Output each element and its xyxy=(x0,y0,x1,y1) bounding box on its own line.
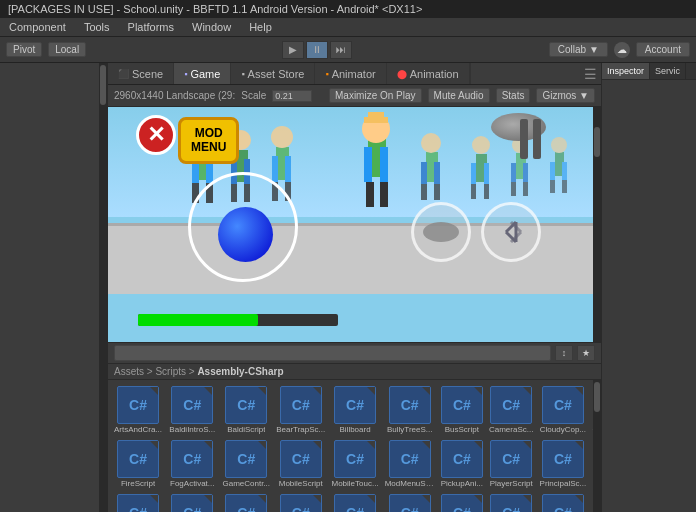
mute-btn[interactable]: Mute Audio xyxy=(428,88,490,103)
pause-bars xyxy=(520,119,541,159)
pause-bar-1 xyxy=(520,119,528,159)
asset-cs-icon: C# xyxy=(334,494,376,512)
stats-btn[interactable]: Stats xyxy=(496,88,531,103)
viewport-scrollbar[interactable] xyxy=(593,107,601,342)
assets-toolbar: ↕ ★ xyxy=(108,343,601,364)
gizmos-btn[interactable]: Gizmos ▼ xyxy=(536,88,595,103)
svg-rect-7 xyxy=(368,112,384,120)
menu-bar: Component Tools Platforms Window Help xyxy=(0,18,696,37)
assets-search-input[interactable] xyxy=(114,345,551,361)
left-scrollbar[interactable] xyxy=(99,63,107,512)
mod-menu-line2: MENU xyxy=(191,140,226,154)
joystick-right[interactable] xyxy=(481,202,541,262)
maximize-btn[interactable]: Maximize On Play xyxy=(329,88,422,103)
asset-item[interactable]: C#TreesScript xyxy=(439,492,485,512)
asset-cs-icon: C# xyxy=(225,494,267,512)
svg-rect-40 xyxy=(511,163,516,182)
tab-game[interactable]: ▪ Game xyxy=(174,63,231,84)
pause-bar-2 xyxy=(533,119,541,159)
asset-cs-icon: C# xyxy=(389,440,431,478)
asset-item[interactable]: C#PickupAni... xyxy=(439,438,485,490)
asset-label: GameContr... xyxy=(222,479,270,488)
asset-cs-icon: C# xyxy=(490,386,532,424)
asset-item[interactable]: C#PlayerScript xyxy=(487,438,535,490)
tab-scene[interactable]: ⬛ Scene xyxy=(108,63,174,84)
tab-service[interactable]: Servic xyxy=(650,63,686,79)
svg-rect-1 xyxy=(364,147,372,182)
account-button[interactable]: Account xyxy=(636,42,690,57)
assets-star-btn[interactable]: ★ xyxy=(577,345,595,361)
asset-item[interactable]: C#BaldiScript xyxy=(220,384,272,436)
svg-rect-28 xyxy=(421,162,427,184)
asset-item[interactable]: C#Billboard xyxy=(329,384,380,436)
svg-rect-47 xyxy=(562,162,567,180)
asset-item[interactable]: C#ArtsAndCra... xyxy=(112,384,164,436)
close-button[interactable]: ✕ xyxy=(136,115,176,155)
asset-item[interactable]: C#ModMenuSc... xyxy=(383,438,437,490)
menu-tools[interactable]: Tools xyxy=(81,20,113,34)
tab-inspector[interactable]: Inspector xyxy=(602,63,650,79)
asset-item[interactable]: C#SwingingDe... xyxy=(274,492,327,512)
resolution-label: 2960x1440 Landscape (29: xyxy=(114,90,235,101)
asset-item[interactable]: C#GameContr... xyxy=(220,438,272,490)
toolbar: Pivot Local ▶ ⏸ ⏭ Collab ▼ ☁ Account xyxy=(0,37,696,63)
progress-bar-fill xyxy=(138,314,258,326)
asset-item[interactable]: C#RunToggle xyxy=(112,492,164,512)
asset-item[interactable]: C#TrapSpawn... xyxy=(329,492,380,512)
asset-item[interactable]: C#FireScript xyxy=(112,438,164,490)
asset-cs-icon: C# xyxy=(225,440,267,478)
svg-rect-5 xyxy=(380,182,388,207)
assets-scrollbar[interactable] xyxy=(593,380,601,512)
svg-rect-31 xyxy=(434,184,440,200)
assets-grid-container[interactable]: C#ArtsAndCra...C#BaldiIntroS...C#BaldiSc… xyxy=(108,380,601,512)
menu-window[interactable]: Window xyxy=(189,20,234,34)
asset-item[interactable]: C#MobileScript xyxy=(274,438,327,490)
asset-label: PrincipalSc... xyxy=(540,479,587,488)
assets-sort-btn[interactable]: ↕ xyxy=(555,345,573,361)
asset-cs-icon: C# xyxy=(490,440,532,478)
asset-item[interactable]: C#MobileTouc... xyxy=(329,438,380,490)
svg-rect-22 xyxy=(272,156,278,182)
asset-cs-icon: C# xyxy=(171,494,213,512)
inspector-content xyxy=(602,80,696,512)
asset-item[interactable]: C#WoodPicku... xyxy=(537,492,588,512)
scale-input[interactable] xyxy=(272,90,312,102)
joystick-left[interactable] xyxy=(411,202,471,262)
asset-item[interactable]: C#TutorBaldi... xyxy=(487,492,535,512)
asset-label: CloudyCop... xyxy=(540,425,586,434)
asset-item[interactable]: C#CameraSc... xyxy=(487,384,535,436)
asset-item[interactable]: C#StartScript xyxy=(220,492,272,512)
tab-animator[interactable]: ▪ Animator xyxy=(315,63,386,84)
breadcrumb-current: Assembly-CSharp xyxy=(197,366,283,377)
svg-rect-2 xyxy=(380,147,388,182)
menu-help[interactable]: Help xyxy=(246,20,275,34)
asset-item[interactable]: C#BaldiIntroS... xyxy=(166,384,218,436)
local-button[interactable]: Local xyxy=(48,42,86,57)
tab-asset-store[interactable]: ▪ Asset Store xyxy=(231,63,315,84)
mod-menu-button[interactable]: MOD MENU xyxy=(178,117,239,164)
asset-item[interactable]: C#CloudyCop... xyxy=(537,384,588,436)
asset-item[interactable]: C#FogActivat... xyxy=(166,438,218,490)
asset-item[interactable]: C#BullyTreeS... xyxy=(383,384,437,436)
tab-close-icon[interactable]: ☰ xyxy=(580,63,601,84)
svg-rect-23 xyxy=(285,156,291,182)
joystick-right-icon xyxy=(491,212,531,252)
asset-cs-icon: C# xyxy=(441,494,483,512)
step-button[interactable]: ⏭ xyxy=(330,41,352,59)
asset-item[interactable]: C#BearTrapSc... xyxy=(274,384,327,436)
svg-rect-4 xyxy=(366,182,374,207)
tab-spacer xyxy=(470,63,580,84)
menu-platforms[interactable]: Platforms xyxy=(125,20,177,34)
cloud-icon[interactable]: ☁ xyxy=(614,42,630,58)
pivot-button[interactable]: Pivot xyxy=(6,42,42,57)
asset-item[interactable]: C#TreeScript xyxy=(383,492,437,512)
tab-animation[interactable]: ⬤ Animation xyxy=(387,63,470,84)
play-button[interactable]: ▶ xyxy=(282,41,304,59)
menu-component[interactable]: Component xyxy=(6,20,69,34)
collab-button[interactable]: Collab ▼ xyxy=(549,42,608,57)
pause-button[interactable]: ⏸ xyxy=(306,41,328,59)
asset-item[interactable]: C#SlideshowS... xyxy=(166,492,218,512)
asset-item[interactable]: C#PrincipalSc... xyxy=(537,438,588,490)
asset-cs-icon: C# xyxy=(490,494,532,512)
asset-item[interactable]: C#BusScript xyxy=(439,384,485,436)
